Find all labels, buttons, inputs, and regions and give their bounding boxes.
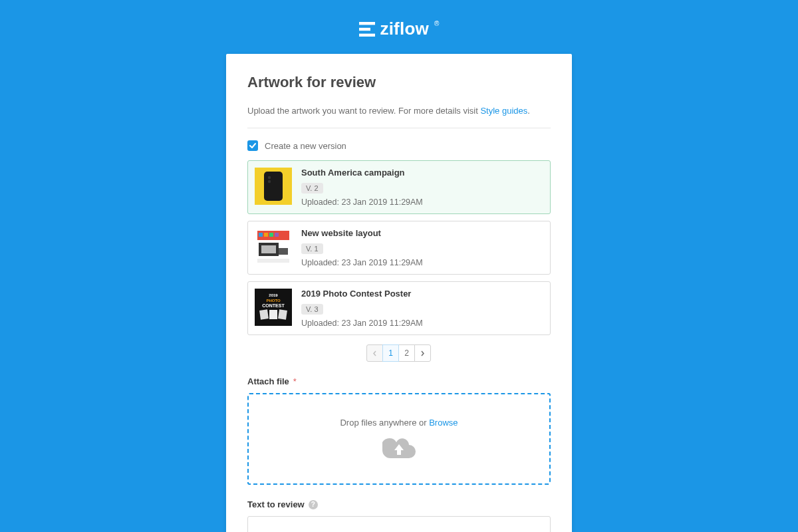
artwork-title: 2019 Photo Contest Poster: [301, 289, 423, 299]
pagination-prev[interactable]: [366, 344, 383, 362]
uploaded-text: Uploaded: 23 Jan 2019 11:29AM: [301, 198, 423, 207]
svg-rect-23: [278, 309, 287, 320]
svg-rect-15: [279, 248, 288, 255]
uploaded-text: Uploaded: 23 Jan 2019 11:29AM: [301, 258, 423, 267]
svg-rect-2: [359, 33, 375, 36]
svg-text:2019: 2019: [269, 293, 278, 297]
pagination-page[interactable]: 1: [382, 344, 399, 362]
svg-rect-10: [264, 233, 268, 237]
style-guides-link[interactable]: Style guides: [480, 106, 527, 116]
svg-rect-1: [359, 27, 370, 30]
create-version-label: Create a new version: [265, 141, 346, 151]
brand-logo: ziflow®: [359, 19, 440, 39]
pagination-page[interactable]: 2: [398, 344, 415, 362]
text-review-input[interactable]: [247, 516, 551, 532]
chevron-left-icon: [372, 350, 377, 356]
svg-rect-11: [269, 233, 273, 237]
dropzone-text: Drop files anywhere or Browse: [340, 418, 458, 428]
svg-point-5: [268, 176, 271, 179]
ziflow-logo-icon: [359, 22, 375, 37]
create-version-checkbox[interactable]: [247, 140, 258, 151]
file-dropzone[interactable]: Drop files anywhere or Browse: [247, 393, 551, 485]
artwork-thumbnail: [255, 168, 292, 205]
svg-point-6: [268, 180, 271, 183]
version-badge: V. 3: [301, 304, 323, 315]
browse-link[interactable]: Browse: [429, 418, 458, 428]
chevron-right-icon: [420, 350, 425, 356]
required-marker: *: [293, 376, 297, 386]
version-badge: V. 1: [301, 243, 323, 254]
artwork-item[interactable]: New website layout V. 1 Uploaded: 23 Jan…: [247, 221, 551, 275]
uploaded-text: Uploaded: 23 Jan 2019 11:29AM: [301, 319, 423, 328]
check-icon: [249, 142, 256, 149]
pagination-next[interactable]: [414, 344, 431, 362]
svg-rect-16: [257, 259, 289, 263]
brand-name: ziflow: [380, 19, 429, 39]
intro-text: Upload the artwork you want to review. F…: [247, 106, 551, 128]
artwork-item[interactable]: South America campaign V. 2 Uploaded: 23…: [247, 160, 551, 214]
svg-rect-9: [259, 233, 263, 237]
text-review-label: Text to review ?: [247, 499, 551, 509]
cloud-upload-icon: [382, 436, 416, 461]
artwork-item[interactable]: 2019 PHOTO CONTEST 2019 Photo Contest Po…: [247, 281, 551, 335]
artwork-title: South America campaign: [301, 168, 423, 178]
artwork-title: New website layout: [301, 228, 423, 238]
create-version-row[interactable]: Create a new version: [247, 140, 551, 151]
help-icon[interactable]: ?: [309, 500, 318, 509]
pagination: 1 2: [247, 344, 551, 362]
attach-file-label: Attach file *: [247, 376, 551, 386]
svg-rect-21: [259, 309, 269, 320]
form-card: Artwork for review Upload the artwork yo…: [226, 54, 572, 532]
registered-mark: ®: [434, 20, 440, 27]
artwork-thumbnail: 2019 PHOTO CONTEST: [255, 289, 292, 326]
svg-text:PHOTO: PHOTO: [266, 299, 281, 303]
artwork-thumbnail: [255, 228, 292, 265]
artwork-body: New website layout V. 1 Uploaded: 23 Jan…: [301, 228, 423, 267]
svg-text:CONTEST: CONTEST: [262, 303, 285, 308]
svg-rect-4: [264, 172, 283, 201]
page-title: Artwork for review: [247, 74, 551, 91]
artwork-body: 2019 Photo Contest Poster V. 3 Uploaded:…: [301, 289, 423, 328]
svg-rect-22: [269, 310, 277, 319]
version-badge: V. 2: [301, 183, 323, 194]
artwork-body: South America campaign V. 2 Uploaded: 23…: [301, 168, 423, 207]
svg-rect-12: [275, 233, 279, 237]
svg-rect-0: [359, 22, 375, 25]
svg-rect-14: [261, 245, 276, 253]
